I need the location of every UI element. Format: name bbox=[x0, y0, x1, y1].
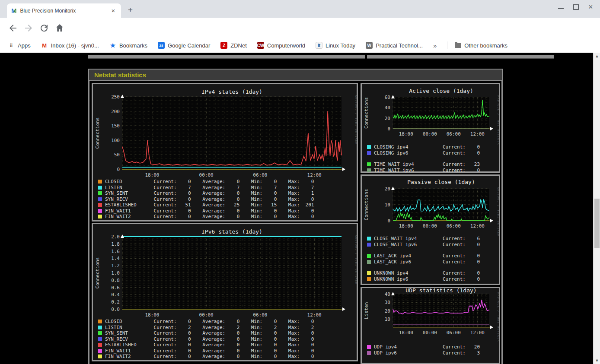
legend-text: SYN_SENT Current: 0 Average: 0 Min: 0 Ma… bbox=[105, 190, 314, 196]
svg-text:00:00: 00:00 bbox=[423, 330, 437, 336]
home-icon[interactable] bbox=[54, 23, 65, 33]
legend-text: CLOSE_WAIT ipv4 Current: 6 bbox=[374, 236, 480, 241]
legend-text: CLOSING ipv6 Current: 0 bbox=[374, 150, 480, 156]
svg-text:1.2: 1.2 bbox=[111, 263, 120, 269]
legend-text: CLOSED Current: 0 Average: 0 Min: 0 Max:… bbox=[105, 319, 314, 324]
legend-row: TIME_WAIT ipv4 Current: 23 bbox=[367, 161, 497, 168]
legend-row: SYN_SENT Current: 0 Average: 0 Min: 0 Ma… bbox=[98, 330, 355, 336]
scroll-up-arrow[interactable]: ▲ bbox=[594, 53, 600, 60]
legend-swatch bbox=[367, 277, 371, 281]
svg-text:20: 20 bbox=[385, 116, 390, 121]
tab-title: Blue Precision Monitorix bbox=[20, 8, 107, 14]
legend-row: LISTEN Current: 7 Average: 7 Min: 7 Max:… bbox=[98, 185, 355, 191]
forward-icon[interactable] bbox=[23, 23, 34, 33]
rrdtool-watermark: RRDTOOL / TOBI OETIKER bbox=[497, 292, 499, 342]
scrollbar-thumb[interactable] bbox=[594, 199, 600, 248]
chart-panel-ipv6_states[interactable]: 0.00.20.40.60.81.01.21.41.61.82.018:0000… bbox=[92, 223, 358, 361]
y-axis-label: Connections bbox=[95, 117, 100, 149]
svg-text:06:00: 06:00 bbox=[253, 312, 267, 318]
svg-text:0.6: 0.6 bbox=[111, 285, 120, 291]
bookmark-star[interactable]: ★Bookmarks bbox=[109, 42, 147, 49]
back-icon[interactable] bbox=[8, 23, 18, 33]
y-axis-label: Connections bbox=[364, 189, 369, 221]
wordpress-icon: W bbox=[366, 42, 373, 49]
legend-swatch bbox=[367, 243, 371, 247]
svg-text:18:00: 18:00 bbox=[399, 131, 413, 137]
bookmark-label: Inbox (16) - sjvn0... bbox=[51, 42, 99, 49]
svg-text:50: 50 bbox=[114, 152, 120, 158]
svg-text:200: 200 bbox=[111, 109, 120, 114]
legend-text: TIME_WAIT ipv6 Current: 0 bbox=[374, 168, 480, 173]
chart-legend: CLOSING ipv4 Current: 0CLOSING ipv6 Curr… bbox=[367, 144, 497, 173]
svg-text:0: 0 bbox=[387, 126, 390, 132]
bookmark-label: ZDNet bbox=[230, 42, 247, 49]
scrollbar[interactable]: ▲ ▼ bbox=[593, 53, 600, 364]
legend-swatch bbox=[98, 320, 102, 323]
calendar-icon: 28 bbox=[158, 42, 165, 49]
window-close-button[interactable]: × bbox=[588, 4, 594, 10]
window-maximize-button[interactable] bbox=[573, 4, 579, 10]
bookmark-computerworld[interactable]: CWComputerworld bbox=[257, 42, 305, 49]
reload-icon[interactable] bbox=[39, 23, 49, 33]
bookmark-chevrons[interactable]: » bbox=[433, 42, 437, 49]
legend-text: SYN_RECV Current: 0 Average: 0 Min: 0 Ma… bbox=[105, 336, 314, 342]
y-axis-label: Listen bbox=[364, 302, 369, 320]
chart-legend: UDP ipv4 Current: 20UDP ipv6 Current: 3 bbox=[367, 344, 497, 356]
chart-legend: CLOSE_WAIT ipv4 Current: 6CLOSE_WAIT ipv… bbox=[367, 236, 497, 282]
chart-panel-passive_close[interactable]: 0102018:0000:0006:0012:00Passive close (… bbox=[361, 174, 500, 285]
svg-text:18:00: 18:00 bbox=[145, 312, 159, 318]
legend-swatch bbox=[367, 162, 371, 166]
new-tab-button[interactable]: + bbox=[128, 5, 133, 15]
svg-text:00:00: 00:00 bbox=[199, 172, 214, 178]
legend-row: CLOSING ipv4 Current: 0 bbox=[367, 144, 497, 150]
chart-title: UDP statistics (1day) bbox=[405, 288, 476, 294]
svg-text:40: 40 bbox=[385, 105, 390, 111]
svg-text:30: 30 bbox=[385, 300, 390, 305]
svg-text:06:00: 06:00 bbox=[253, 172, 267, 178]
chart-panel-ipv4_states[interactable]: 05010015020025018:0000:0006:0012:00IPv4 … bbox=[92, 83, 358, 222]
svg-text:2.0: 2.0 bbox=[111, 234, 120, 240]
svg-text:06:00: 06:00 bbox=[447, 223, 461, 229]
legend-row: FIN_WAIT1 Current: 0 Average: 0 Min: 0 M… bbox=[98, 208, 355, 214]
bookmark-wordpress[interactable]: WPractical Technol... bbox=[366, 42, 423, 49]
legend-row: CLOSED Current: 0 Average: 0 Min: 0 Max:… bbox=[98, 179, 355, 185]
svg-text:12:00: 12:00 bbox=[470, 131, 485, 137]
bookmark-label: Practical Technol... bbox=[376, 42, 423, 49]
scroll-down-arrow[interactable]: ▼ bbox=[594, 357, 600, 364]
chart-legend: CLOSED Current: 0 Average: 0 Min: 0 Max:… bbox=[98, 319, 355, 360]
bookmark-apps[interactable]: ⠿Apps bbox=[8, 42, 31, 49]
legend-row: UNKNOWN ipv6 Current: 0 bbox=[367, 276, 497, 282]
legend-row: CLOSE_WAIT ipv4 Current: 6 bbox=[367, 236, 497, 242]
linuxtoday-icon: lt bbox=[316, 42, 322, 49]
legend-text: FIN_WAIT2 Current: 0 Average: 0 Min: 0 M… bbox=[105, 214, 314, 219]
bookmark-zdnet[interactable]: ZZDNet bbox=[220, 42, 247, 49]
legend-text: UDP ipv6 Current: 3 bbox=[374, 350, 480, 356]
window-minimize-button[interactable] bbox=[558, 6, 564, 9]
legend-row: FIN_WAIT2 Current: 0 Average: 0 Min: 0 M… bbox=[98, 354, 355, 360]
legend-text: LISTEN Current: 2 Average: 2 Min: 2 Max:… bbox=[105, 325, 314, 330]
legend-row: SYN_RECV Current: 0 Average: 0 Min: 0 Ma… bbox=[98, 196, 355, 203]
bookmark-label: Computerworld bbox=[267, 42, 305, 49]
bookmark-linuxtoday[interactable]: ltLinux Today bbox=[316, 42, 355, 49]
browser-tab[interactable]: M Blue Precision Monitorix × bbox=[7, 3, 121, 18]
bookmark-gmail[interactable]: MInbox (16) - sjvn0... bbox=[41, 42, 99, 49]
legend-text: FIN_WAIT2 Current: 0 Average: 0 Min: 0 M… bbox=[105, 354, 314, 359]
bookmarks-bar: ⠿AppsMInbox (16) - sjvn0...★Bookmarks28G… bbox=[0, 38, 600, 53]
bookmark-label: » bbox=[433, 42, 437, 49]
legend-row: LAST_ACK ipv4 Current: 0 bbox=[367, 253, 497, 259]
tab-close-icon[interactable]: × bbox=[110, 7, 117, 14]
chart-panel-udp_statistics[interactable]: 1020304018:0000:0006:0012:00UDP statisti… bbox=[361, 287, 500, 364]
svg-text:06:00: 06:00 bbox=[447, 131, 461, 137]
legend-swatch bbox=[98, 331, 102, 335]
chart-panel-active_close[interactable]: 020406018:0000:0006:0012:00Active close … bbox=[361, 83, 500, 173]
svg-text:1.0: 1.0 bbox=[111, 270, 120, 276]
legend-row: LAST_ACK ipv6 Current: 0 bbox=[367, 259, 497, 265]
svg-text:10: 10 bbox=[385, 317, 390, 322]
svg-text:00:00: 00:00 bbox=[199, 312, 214, 318]
svg-text:0.2: 0.2 bbox=[111, 299, 120, 305]
chart-title: IPv4 states (1day) bbox=[201, 89, 262, 95]
bookmark-folder[interactable]: Other bookmarks bbox=[454, 42, 507, 49]
previous-section-edge bbox=[367, 55, 554, 59]
bookmark-calendar[interactable]: 28Google Calendar bbox=[158, 42, 210, 49]
legend-text: ESTABLISHED Current: 51 Average: 25 Min:… bbox=[105, 202, 314, 208]
